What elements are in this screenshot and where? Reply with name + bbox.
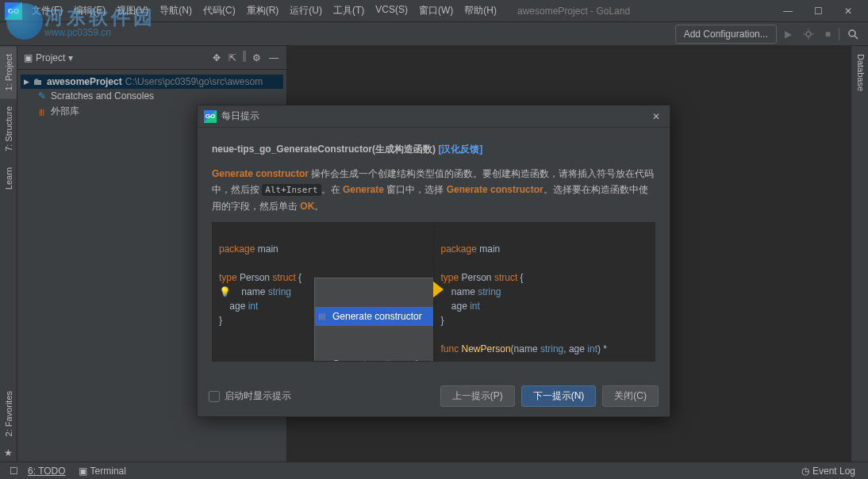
popup-generate-getset[interactable]: ▤Generate getter and setter▸	[315, 354, 434, 362]
menu-window[interactable]: 窗口(W)	[414, 1, 458, 21]
event-log-icon: ◷	[801, 466, 809, 477]
locate-icon[interactable]: ✥	[211, 51, 222, 65]
project-root-path: C:\Users\pc0359\go\src\awesom	[125, 76, 263, 87]
tab-database[interactable]: Database	[851, 46, 868, 99]
tree-root-item[interactable]: ▶ 🖿 awesomeProject C:\Users\pc0359\go\sr…	[21, 75, 283, 89]
star-icon[interactable]: ★	[0, 444, 17, 462]
maximize-button[interactable]: ☐	[806, 3, 830, 19]
code-before: package main type Person struct { 💡 name…	[212, 222, 434, 362]
close-button[interactable]: ✕	[836, 3, 860, 19]
search-everywhere-icon[interactable]	[844, 27, 862, 41]
debug-icon[interactable]	[800, 27, 817, 41]
status-bar: ☐ 6: TODO ▣Terminal ◷Event Log	[0, 462, 868, 479]
wand-icon: ▤	[318, 310, 325, 322]
window-title: awesomeProject - GoLand	[517, 6, 776, 17]
prev-tip-button[interactable]: 上一提示(P)	[440, 385, 515, 407]
code-comparison: package main type Person struct { 💡 name…	[212, 222, 655, 362]
generate-popup-menu: ▤Generate constructor ▤Generate getter a…	[314, 278, 434, 362]
terminal-icon: ▣	[79, 466, 87, 477]
tab-favorites[interactable]: 2: Favorites	[0, 383, 17, 444]
dialog-title-text: 每日提示	[221, 109, 259, 123]
show-tips-label: 启动时显示提示	[225, 389, 291, 403]
tool-windows-icon[interactable]: ☐	[6, 466, 21, 477]
status-todo[interactable]: 6: TODO	[21, 466, 72, 477]
next-tip-button[interactable]: 下一提示(N)	[521, 385, 597, 407]
scratches-icon: ✎	[36, 90, 48, 102]
menu-code[interactable]: 代码(C)	[198, 1, 240, 21]
menu-tools[interactable]: 工具(T)	[328, 1, 369, 21]
title-bar: GO 文件(F) 编辑(E) 视图(V) 导航(N) 代码(C) 重构(R) 运…	[0, 0, 868, 22]
tip-description: Generate constructor 操作会生成一个创建结构类型值的函数。要…	[212, 166, 655, 214]
status-event-log[interactable]: ◷Event Log	[795, 466, 862, 477]
panel-collapse-icon[interactable]: ▣	[24, 52, 33, 63]
menu-help[interactable]: 帮助(H)	[459, 1, 501, 21]
menu-vcs[interactable]: VCS(S)	[371, 1, 413, 21]
tab-learn[interactable]: Learn	[0, 159, 17, 197]
popup-generate-constructor[interactable]: ▤Generate constructor	[315, 307, 434, 326]
stop-icon[interactable]: ■	[822, 27, 834, 41]
tab-structure[interactable]: 7: Structure	[0, 98, 17, 159]
feedback-link[interactable]: [汉化反馈]	[438, 144, 482, 155]
menu-navigate[interactable]: 导航(N)	[155, 1, 197, 21]
gear-icon[interactable]: ⚙	[251, 51, 263, 65]
panel-dropdown-icon[interactable]: ▾	[68, 52, 73, 63]
menu-edit[interactable]: 编辑(E)	[69, 1, 110, 21]
add-configuration-button[interactable]: Add Configuration...	[675, 25, 777, 44]
right-tool-stripe: Database	[851, 46, 868, 462]
show-tips-checkbox[interactable]	[209, 391, 220, 402]
status-terminal[interactable]: ▣Terminal	[72, 466, 133, 477]
left-tool-stripe: 1: Project 7: Structure Learn 2: Favorit…	[0, 46, 17, 462]
dialog-logo-icon: GO	[204, 110, 217, 123]
tab-project[interactable]: 1: Project	[0, 46, 17, 98]
project-root-name: awesomeProject	[47, 76, 122, 87]
library-icon: ⫼	[36, 106, 48, 117]
code-after: package main type Person struct { name s…	[434, 222, 656, 362]
main-menu: 文件(F) 编辑(E) 视图(V) 导航(N) 代码(C) 重构(R) 运行(U…	[27, 1, 501, 21]
navigation-toolbar: Add Configuration... ▶ ■	[0, 22, 868, 46]
dialog-close-button[interactable]: ✕	[649, 109, 663, 124]
collapse-all-icon[interactable]: ⇱	[227, 51, 238, 65]
tip-of-day-dialog: GO 每日提示 ✕ neue-tips_go_GenerateConstruct…	[197, 105, 670, 417]
svg-line-6	[855, 36, 858, 39]
tree-scratches-item[interactable]: ✎ Scratches and Consoles	[21, 89, 283, 103]
run-icon[interactable]: ▶	[782, 27, 795, 41]
wand-icon: ▤	[318, 358, 325, 362]
menu-view[interactable]: 视图(V)	[112, 1, 153, 21]
svg-point-0	[806, 32, 811, 36]
folder-icon: 🖿	[33, 76, 44, 87]
hide-icon[interactable]: —	[267, 51, 280, 65]
expand-icon[interactable]: ▶	[24, 78, 29, 86]
menu-refactor[interactable]: 重构(R)	[242, 1, 284, 21]
close-tip-button[interactable]: 关闭(C)	[602, 385, 659, 407]
menu-file[interactable]: 文件(F)	[27, 1, 67, 21]
app-logo: GO	[5, 2, 22, 20]
menu-run[interactable]: 运行(U)	[285, 1, 327, 21]
panel-title-text: Project	[36, 52, 65, 63]
intention-bulb-icon: 💡	[219, 286, 231, 297]
minimize-button[interactable]: —	[776, 3, 800, 19]
svg-point-5	[849, 30, 855, 36]
tip-heading: neue-tips_go_GenerateConstructor(生成构造函数)…	[212, 139, 655, 158]
